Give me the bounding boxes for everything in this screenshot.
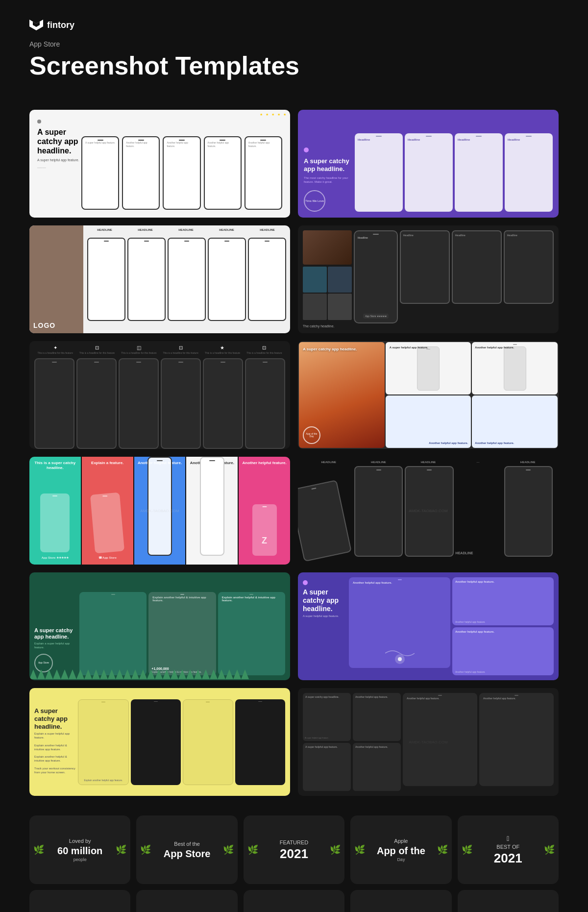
triangle [233, 669, 241, 679]
template-card-1[interactable]: A super catchy app headline. A super hel… [29, 110, 290, 218]
panel-phone [40, 493, 70, 552]
app-store-badge: App Store ★★★★★ [357, 314, 395, 319]
grid-cell [328, 294, 352, 320]
photo-grid [303, 267, 352, 320]
badge-featured-2021[interactable]: 🌿 FEATURED 2021 🌿 [244, 815, 344, 884]
phone-text: Headline [505, 231, 553, 239]
award-badge-sm: Tims We Love [304, 190, 353, 212]
phone-mockup: Another helpful app feature. [204, 136, 242, 210]
page-subtitle: App Store [29, 40, 559, 48]
template-card-4[interactable]: The catchy headline. Headline App Store … [298, 225, 559, 333]
grid-phone-3: A super helpful app feature. [303, 743, 351, 791]
badge-best-appstore[interactable]: 🌿 Best of the App Store 🌿 [136, 815, 237, 884]
template-card-7[interactable]: This is a super catchy headline. App Sto… [29, 457, 290, 565]
header: fintory App Store Screenshot Templates [0, 0, 588, 110]
card-headline: A super catchy app headline. [37, 127, 81, 156]
label: HEADLINE [304, 461, 354, 464]
logo-label: LOGO [33, 321, 55, 329]
star2: ★ [266, 113, 269, 117]
yellow-headline: A super catchy app headline. [34, 707, 76, 730]
laurel-left-icon: 🌿 [462, 844, 472, 855]
badge-best-appstore-stars[interactable]: 🌿 Best of the App Store ★★★★★ 🌿 [29, 890, 130, 912]
phone-tall-1: Another helpful app feature. [403, 693, 477, 786]
grid-sub: A super helpful app feature. [305, 737, 349, 739]
phone-headline: Headline [358, 138, 400, 142]
triangle [131, 669, 139, 679]
badge-new-apps-we-love[interactable]: 🌿 New Apps We Love Apple 🌿 [244, 890, 344, 912]
phone-mockup [203, 358, 243, 449]
grid-cell [303, 294, 327, 320]
template-card-3[interactable]: LOGO HEADLINE HEADLINE HEADLINE HEADLINE… [29, 225, 290, 333]
yellow-sub2: Explain another helpful & intuitive app … [34, 744, 76, 752]
grid-text: Another helpful app feature. [353, 693, 401, 701]
template-card-8[interactable]: HEADLINE HEADLINE HEADLINE — HEADLINE HE… [298, 457, 559, 565]
grid-cell-rt-bot: Another helpful app feature. [472, 395, 558, 448]
col-header: HEADLINE [248, 228, 286, 231]
badge-new-love-2021[interactable]: 🌿 New Apps We Love 2021 🌿 [458, 890, 559, 912]
panel-sub: ☎ App Store [97, 556, 119, 560]
template-card-5[interactable]: ✦ This is a headline for this feature ⊡ … [29, 341, 290, 449]
grid-cell-mid-top: A super helpful app feature. [386, 342, 471, 394]
apple-icon:  [494, 835, 522, 842]
template-card-12[interactable]: A super catchy app headline. A super hel… [298, 688, 559, 796]
phone-tilted [298, 480, 352, 562]
feat-item: ⊡ This is a headline for this feature [163, 345, 198, 354]
triangle [108, 669, 116, 679]
triangle [202, 669, 210, 679]
triangle [92, 669, 100, 679]
triangle [84, 669, 92, 679]
panel-sub: App Store ★★★★★ [40, 556, 71, 560]
badge-2021-appstore[interactable]: 🌿 2021 App Store ★★★★★ 🌿 [136, 890, 237, 912]
phone-purple-small-1: Another helpful app feature. Another hel… [452, 577, 554, 625]
grid-phone-4: Another helpful app feature. [353, 743, 401, 791]
phone-mockup: Headline [505, 133, 553, 212]
badge-top-text: FEATURED [280, 839, 308, 846]
template-card-2[interactable]: A super catchy app headline. The most ca… [298, 110, 559, 218]
phone-sub: Explain another helpful app feature. [80, 779, 126, 782]
phone-mockup [245, 358, 285, 449]
triangle [178, 669, 186, 679]
green-sub: Explain a super helpful app feature. [34, 642, 77, 650]
triangle [186, 669, 194, 679]
badge-top-text: Loved by [57, 838, 102, 844]
grid-text: A super catchy app headline. [303, 693, 351, 701]
phone-mockup [127, 238, 166, 321]
cell-headline-bot: Another helpful app feature. [429, 442, 468, 445]
triangle [76, 669, 84, 679]
phone-mockup [161, 358, 201, 449]
phone-mockup: Headline [504, 230, 554, 304]
feature-icons-row: ✦ This is a headline for this feature ⊡ … [29, 341, 290, 354]
award-badge-circle: App of the Day [303, 426, 320, 444]
phone-mockup [248, 238, 286, 321]
template-card-10[interactable]: A super catchy app headline. A super hel… [298, 572, 559, 680]
yellow-inner: A super catchy app headline. Explain a s… [29, 688, 290, 796]
fintory-logo-icon [29, 20, 43, 30]
feat-item: ★ This is a headline for this feature [205, 345, 240, 354]
phone-mockup [208, 238, 246, 321]
badge-best-2021[interactable]: 🌿  BEST OF 2021 🌿 [458, 815, 559, 884]
badge-loved-by[interactable]: 🌿 Loved by 60 million people 🌿 [29, 815, 130, 884]
badge-content: Loved by 60 million people [57, 838, 102, 862]
badges-row-2: 🌿 Best of the App Store ★★★★★ 🌿 🌿 2021 A… [29, 890, 559, 912]
panel-phone [200, 457, 224, 556]
dark-phone-grid: A super catchy app headline. A super hel… [303, 693, 401, 791]
phones-row: HEADLINE HEADLINE HEADLINE HEADLINE HEAD… [83, 225, 290, 333]
phone-notch [206, 702, 210, 703]
green-headline: A super catchy app headline. [34, 627, 77, 640]
dot-inner [398, 657, 402, 661]
feat-item: ⊡ This is a headline for this feature [79, 345, 115, 354]
badge-main-text: App of the [377, 845, 425, 856]
feat-item: ✦ This is a headline for this feature [38, 345, 73, 354]
phone-big: Headline App Store ★★★★★ [354, 230, 398, 323]
template-card-11[interactable]: A super catchy app headline. Explain a s… [29, 688, 290, 796]
template-card-9[interactable]: A super catchy app headline. Explain a s… [29, 572, 290, 680]
template-card-6[interactable]: A super catchy app headline. App of the … [298, 341, 559, 449]
phone-headline: Headline [408, 138, 450, 142]
triangle [37, 669, 45, 679]
badge-editors-choice[interactable]: 🌿 Apple Editor's Choice 🌿 [350, 890, 451, 912]
badge-app-of-day[interactable]: 🌿 Apple App of the Day 🌿 [350, 815, 451, 884]
triangle [210, 669, 218, 679]
triangle [139, 669, 147, 679]
photo-top [303, 230, 352, 265]
badges-row-1: 🌿 Loved by 60 million people 🌿 🌿 Best of… [29, 815, 559, 884]
